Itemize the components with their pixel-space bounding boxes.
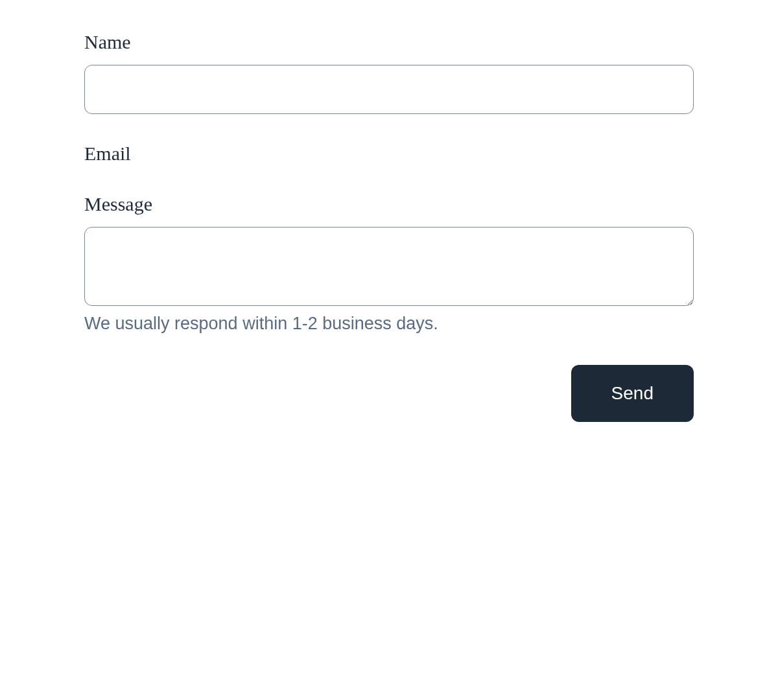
- email-field-group: Email: [84, 143, 694, 165]
- name-input[interactable]: [84, 65, 694, 114]
- name-label: Name: [84, 31, 694, 53]
- message-help-text: We usually respond within 1-2 business d…: [84, 314, 694, 334]
- button-row: Send: [84, 365, 694, 422]
- email-label: Email: [84, 143, 694, 165]
- message-label: Message: [84, 193, 694, 215]
- message-field-group: Message: [84, 193, 694, 309]
- name-field-group: Name: [84, 31, 694, 114]
- message-textarea[interactable]: [84, 227, 694, 306]
- contact-form: Name Email Message We usually respond wi…: [84, 31, 694, 422]
- send-button[interactable]: Send: [571, 365, 694, 422]
